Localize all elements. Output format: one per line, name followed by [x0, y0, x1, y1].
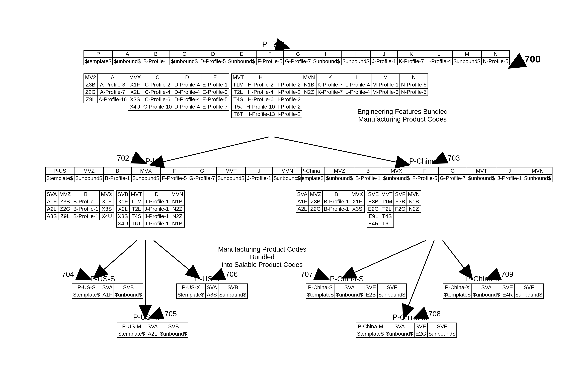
table-row: Z2GA-Profile-7X2LC-Profile-4D-Profile-4E…	[84, 89, 428, 96]
table-row: A2LZ2GB-Profile-1X3SE2GT2LF2GN2Z	[296, 205, 421, 213]
node-label-p-china: P-China	[409, 157, 436, 165]
table-row: A1FZ3BB-Profile-1X1FE3BT1MF3BN1B	[296, 198, 421, 205]
table-row: MV2AMVXCDEMVTHIMVNKLMN	[84, 74, 428, 81]
table-row: P-China-MSVASVESVF	[356, 323, 457, 330]
table-701-header: PABCDEFGHIJKLMN $template$$unbound$B-Pro…	[84, 50, 510, 65]
svg-line-1	[152, 137, 269, 164]
table-702-body: SVAMVZBMVXSVBMVTDMVN A1FZ3BB-Profile-1X1…	[45, 190, 185, 228]
table-row: P-USMVZBMVXFGMVTJMVN	[45, 167, 302, 175]
ref-702: 702	[117, 154, 129, 162]
table-row: $template$$unbound$E2B$unbound$	[306, 291, 407, 299]
ref-705: 705	[165, 310, 177, 318]
ref-706: 706	[225, 270, 238, 278]
table-row: P-US-MSVASVB	[117, 323, 188, 330]
ref-707: 707	[301, 270, 313, 278]
diagram-page: 700 P 701 PABCDEFGHIJKLMN $template$$unb…	[0, 0, 563, 392]
ref-701: 701	[273, 40, 285, 48]
node-label-p-us: P-US	[145, 157, 163, 165]
table-row: $template$A2L$unbound$	[117, 330, 188, 338]
note-engineering: Engineering Features BundledManufacturin…	[356, 108, 449, 123]
table-row: X4UT6TJ-Profile-1N1B	[45, 220, 185, 228]
table-row: A1FZ3BB-Profile-1X1FX1FT1MJ-Profile-1N1B	[45, 198, 185, 205]
node-label-p-china-x: P-China-X	[466, 275, 500, 283]
table-row: PABCDEFGHIJKLMN	[84, 51, 510, 58]
table-row: Z3BA-Profile-3X1FC-Profile-2D-Profile-4E…	[84, 81, 428, 89]
table-row: P-US-XSVASVB	[177, 284, 247, 291]
table-row: P-China-XSVASVESVF	[443, 284, 544, 291]
ref-703: 703	[448, 154, 460, 162]
table-row: $template$$unbound$E2G$unbound$	[356, 330, 457, 338]
svg-line-3	[95, 240, 137, 277]
table-row: $template$$unbound$B-Profile-1$unbound$F…	[296, 175, 552, 182]
table-702-header: P-USMVZBMVXFGMVTJMVN $template$$unbound$…	[45, 167, 302, 182]
table-703-body: SVAMVZBMVXSVEMVTSVFMVN A1FZ3BB-Profile-1…	[296, 190, 421, 228]
svg-line-6	[344, 240, 426, 277]
ref-708: 708	[428, 310, 441, 318]
node-label-p-us-x: P-US-X	[195, 275, 220, 283]
table-row: $template$A1F$unbound$	[72, 291, 143, 299]
table-707: P-China-SSVASVESVF $template$$unbound$E2…	[306, 283, 407, 299]
table-705: P-US-MSVASVB $template$A2L$unbound$	[117, 323, 188, 338]
table-708: P-China-MSVASVESVF $template$$unbound$E2…	[356, 323, 457, 338]
table-row: SVAMVZBMVXSVEMVTSVFMVN	[296, 191, 421, 198]
node-label-p-china-m: P-China-M	[393, 313, 428, 321]
table-row: $template$A3S$unbound$	[177, 291, 247, 299]
table-row: Z9LA-Profile-16X3SC-Profile-6D-Profile-4…	[84, 96, 428, 103]
node-label-p-china-s: P-China-S	[330, 275, 364, 283]
table-704: P-US-SSVASVB $template$A1F$unbound$	[72, 283, 143, 299]
svg-line-7	[404, 240, 434, 316]
table-row: $template$$unbound$B-Profile-1$unbound$D…	[84, 58, 510, 65]
ref-704: 704	[62, 270, 74, 278]
table-row: P-China-SSVASVESVF	[306, 284, 407, 291]
table-row: $template$$unbound$E4R$unbound$	[443, 291, 544, 299]
table-row: E4RT6T	[296, 220, 421, 228]
table-row: A3SZ9LB-Profile-1X4UX3ST4SJ-Profile-1N2Z	[45, 213, 185, 220]
table-row: P-US-SSVASVB	[72, 284, 143, 291]
node-label-p: P	[262, 40, 267, 48]
table-row: $template$$unbound$B-Profile-1$unbound$F…	[45, 175, 302, 182]
svg-line-2	[274, 137, 408, 164]
svg-line-5	[154, 240, 198, 277]
figure-label: 700	[525, 53, 541, 65]
node-label-p-us-s: P-US-S	[90, 275, 115, 283]
table-709: P-China-XSVASVESVF $template$$unbound$E4…	[443, 283, 544, 299]
table-row: E9LT4S	[296, 213, 421, 220]
table-row: P-ChinaMVZBMVXFGMVTJMVN	[296, 167, 552, 175]
table-706: P-US-XSVASVB $template$A3S$unbound$	[176, 283, 248, 299]
node-label-p-us-m: P-US-M	[133, 313, 159, 321]
ref-709: 709	[501, 270, 513, 278]
note-mfg: Manufacturing Product Codes Bundledinto …	[210, 245, 314, 268]
table-row: SVAMVZBMVXSVBMVTDMVN	[45, 191, 185, 198]
table-row: A2LZ2GB-Profile-1X3SX2LT2LJ-Profile-1N2Z	[45, 205, 185, 213]
table-703-header: P-ChinaMVZBMVXFGMVTJMVN $template$$unbou…	[296, 167, 552, 182]
svg-line-8	[443, 240, 471, 277]
